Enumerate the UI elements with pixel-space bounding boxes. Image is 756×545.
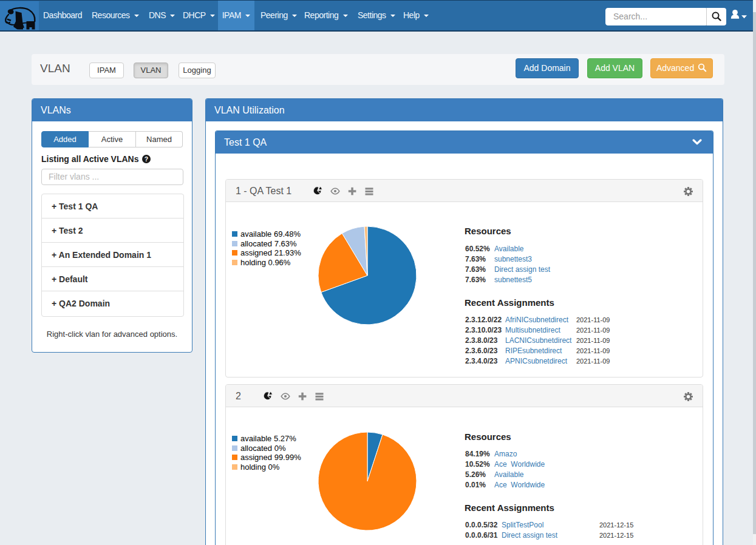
svg-text:?: ?	[145, 155, 148, 163]
